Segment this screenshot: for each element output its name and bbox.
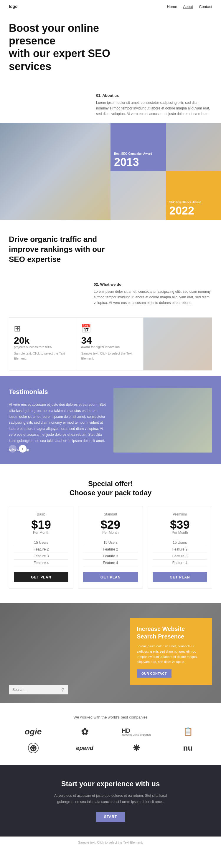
award1-year: 2013 (114, 157, 162, 168)
about-section: 01. About us Lorem ipsum dolor sit amet,… (0, 93, 221, 123)
about-text: 01. About us Lorem ipsum dolor sit amet,… (96, 93, 212, 117)
testimonials-image (113, 388, 212, 453)
plan-standard-name: Standart (83, 512, 138, 517)
testimonials-section: Testimonials At vero eos et accusam et j… (0, 376, 221, 464)
cta-heading: Start your experience with us (9, 780, 212, 788)
cta-start-button[interactable]: START (96, 812, 125, 822)
plan-basic-button[interactable]: GET PLAN (14, 572, 68, 582)
what-we-do-label: 02. What we do (94, 282, 212, 287)
stat-box-1: ⊞ 20k projects success rate 99% Sample t… (9, 317, 76, 370)
nav-contact[interactable]: Contact (199, 4, 212, 9)
list-item: Feature 2 (83, 546, 138, 553)
plan-standard-price: $29 (83, 519, 138, 530)
navigation: logo Home About Contact (0, 0, 221, 13)
search-content-body: Lorem ipsum dolor sit amet, consectetur … (137, 644, 205, 664)
stats-image (143, 317, 212, 370)
partner-2: ✿ (60, 726, 109, 737)
stat1-icon: ⊞ (14, 324, 71, 333)
testimonials-left: Testimonials At vero eos et accusam et j… (9, 388, 113, 453)
pricing-section: Special offer! Choose your pack today Ba… (0, 464, 221, 603)
stat2-number: 34 (81, 336, 138, 345)
plan-premium-name: Premium (153, 512, 207, 517)
stat2-label: award for digital innovation (81, 345, 138, 349)
list-item: 15 Users (153, 539, 207, 546)
pricing-cards: Basic $19 Per Month 15 Users Feature 2 F… (9, 506, 212, 588)
award-2013-cell: Best SEO Campaign Award 2013 (111, 123, 166, 171)
plan-basic-price: $19 (14, 519, 68, 530)
image-grid: Best SEO Campaign Award 2013 SEO Excelle… (0, 123, 221, 220)
award1-title: Best SEO Campaign Award (114, 152, 162, 155)
search-section: Increase Website Search Presence Lorem i… (0, 603, 221, 703)
partner-epend: epend (60, 745, 109, 751)
list-item: Feature 3 (153, 553, 207, 560)
award2-year: 2022 (169, 205, 218, 216)
plan-standard-button[interactable]: GET PLAN (83, 572, 138, 582)
search-bar: ⚲ (9, 685, 68, 694)
nav-about[interactable]: About (183, 4, 193, 9)
partners-grid: ogie ✿ HD INDUSTRY LINKS DIRECTION 📋 ⊛ e… (9, 726, 212, 753)
cta-section: Start your experience with us At vero eo… (0, 765, 221, 837)
image-tablet (111, 171, 166, 220)
list-item: Feature 4 (153, 560, 207, 566)
list-item: Feature 2 (14, 546, 68, 553)
testimonial-prev-button[interactable]: ‹ (9, 445, 17, 453)
partners-section: We worked with the world's best companie… (0, 703, 221, 765)
list-item: Feature 4 (83, 560, 138, 566)
stat1-number: 20k (14, 336, 71, 345)
partner-7: ❋ (112, 743, 161, 753)
stats-row: ⊞ 20k projects success rate 99% Sample t… (0, 312, 221, 376)
award-2022-cell: SEO Excellence Award 2022 (166, 171, 221, 220)
testimonials-heading: Testimonials (9, 388, 108, 396)
hero-headline: Boost your online presence with our expe… (9, 22, 133, 73)
list-item: Feature 4 (14, 560, 68, 566)
plan-premium-button[interactable]: GET PLAN (153, 572, 207, 582)
partner-nu: nu (164, 744, 212, 753)
search-icon: ⚲ (61, 687, 64, 692)
partner-hd: HD INDUSTRY LINKS DIRECTION (112, 727, 161, 736)
our-contact-button[interactable]: OUR CONTACT (137, 670, 171, 678)
list-item: Feature 3 (14, 553, 68, 560)
nav-home[interactable]: Home (167, 4, 177, 9)
list-item: 15 Users (14, 539, 68, 546)
image-person-desk (0, 123, 111, 220)
about-label: 01. About us (96, 93, 212, 98)
pricing-card-basic: Basic $19 Per Month 15 Users Feature 2 F… (9, 506, 73, 588)
plan-premium-price: $39 (153, 519, 207, 530)
plan-basic-name: Basic (14, 512, 68, 517)
stat-box-2: 📅 34 award for digital innovation Sample… (76, 317, 143, 370)
testimonial-next-button[interactable]: › (19, 445, 27, 453)
testimonial-text: At vero eos et accusam et justo duo dolo… (9, 402, 108, 444)
plan-premium-features: 15 Users Feature 2 Feature 3 Feature 4 (153, 539, 207, 566)
stat2-icon: 📅 (81, 324, 138, 333)
about-body: Lorem ipsum dolor sit amet, consectetur … (96, 100, 212, 117)
hero-section: Boost your online presence with our expe… (0, 13, 221, 93)
search-content-box: Increase Website Search Presence Lorem i… (130, 618, 212, 684)
list-item: Feature 2 (153, 546, 207, 553)
plan-premium-period: Per Month (153, 530, 207, 535)
plan-basic-features: 15 Users Feature 2 Feature 3 Feature 4 (14, 539, 68, 566)
what-we-do-body: Lorem ipsum dolor sit amet, consectetur … (94, 289, 212, 306)
search-input[interactable] (12, 688, 61, 692)
what-we-do-text: 02. What we do Lorem ipsum dolor sit ame… (94, 282, 212, 306)
footer-note-text: Sample text. Click to select the Text El… (9, 841, 212, 844)
stat2-desc: Sample text. Click to select the Text El… (81, 351, 138, 361)
plan-standard-period: Per Month (83, 530, 138, 535)
footer-note: Sample text. Click to select the Text El… (0, 837, 221, 848)
section2: Drive organic traffic and improve rankin… (0, 220, 221, 282)
logo: logo (9, 4, 18, 9)
testimonial-nav: ‹ › (9, 445, 27, 453)
what-we-do-section: 02. What we do Lorem ipsum dolor sit ame… (0, 282, 221, 312)
search-content-heading: Increase Website Search Presence (137, 625, 205, 640)
award2-title: SEO Excellence Award (169, 201, 218, 204)
plan-standard-features: 15 Users Feature 2 Feature 3 Feature 4 (83, 539, 138, 566)
partner-5: ⊛ (9, 743, 57, 753)
partners-heading: We worked with the world's best companie… (9, 715, 212, 719)
plan-basic-period: Per Month (14, 530, 68, 535)
section2-headline: Drive organic traffic and improve rankin… (9, 235, 115, 264)
pricing-card-premium: Premium $39 Per Month 15 Users Feature 2… (148, 506, 212, 588)
cta-body: At vero eos et accusam et justo duo dolo… (52, 793, 169, 805)
image-person-stand (166, 123, 221, 171)
nav-links: Home About Contact (167, 4, 212, 9)
pricing-headline: Special offer! Choose your pack today (9, 479, 212, 497)
stat1-desc: Sample text. Click to select the Text El… (14, 351, 71, 361)
